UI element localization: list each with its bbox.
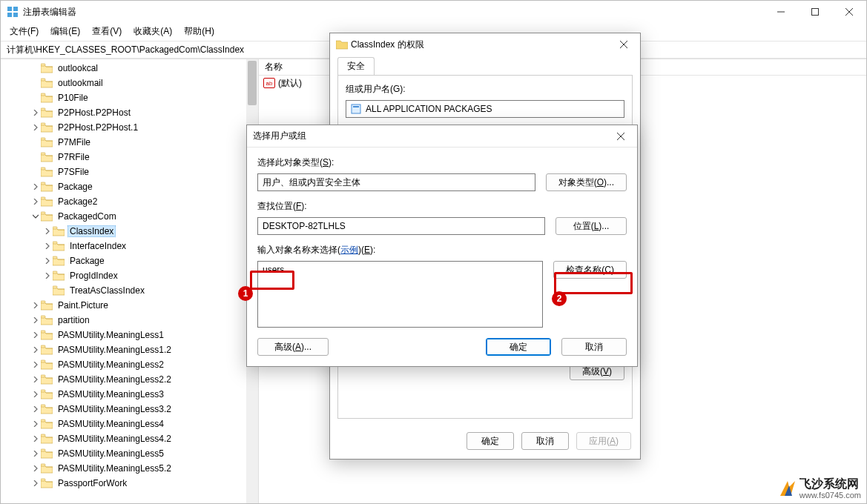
chevron-right-icon[interactable]	[30, 302, 41, 308]
tree-item[interactable]: PASMUtility.MeaningLess4.2	[1, 431, 257, 446]
chevron-right-icon[interactable]	[42, 258, 53, 264]
tree-item[interactable]: TreatAsClassIndex	[1, 283, 257, 298]
folder-icon	[41, 477, 53, 489]
permissions-apply-button[interactable]: 应用(A)	[576, 432, 631, 450]
chevron-right-icon[interactable]	[30, 184, 41, 190]
tab-security[interactable]: 安全	[337, 57, 375, 75]
tree-item[interactable]: PASMUtility.MeaningLess3.2	[1, 402, 257, 417]
tree-item[interactable]: P7MFile	[1, 135, 257, 150]
chevron-right-icon[interactable]	[42, 243, 53, 249]
menu-fav[interactable]: 收藏夹(A)	[129, 24, 177, 39]
example-link[interactable]: 示例	[340, 245, 358, 255]
tree-item[interactable]: PASMUtility.MeaningLess1	[1, 328, 257, 342]
select-user-close-button[interactable]	[610, 128, 631, 145]
tree-item[interactable]: outlookcal	[1, 61, 257, 76]
svg-rect-5	[812, 9, 819, 16]
tree-item[interactable]: Package	[1, 179, 257, 194]
object-names-input[interactable]: users	[257, 261, 543, 328]
tree-item-label: P2PHost.P2PHost	[56, 107, 133, 119]
svg-rect-33	[41, 434, 45, 437]
chevron-right-icon[interactable]	[42, 228, 53, 234]
svg-rect-2	[7, 13, 12, 17]
tree-item[interactable]: PASMUtility.MeaningLess2.2	[1, 372, 257, 387]
menu-file[interactable]: 文件(F)	[5, 24, 43, 39]
locations-button[interactable]: 位置(L)...	[556, 217, 627, 235]
tree-item[interactable]: PASMUtility.MeaningLess1.2	[1, 342, 257, 357]
advanced-button[interactable]: 高级(A)...	[257, 338, 329, 356]
chevron-right-icon[interactable]	[30, 451, 41, 457]
tree-item[interactable]: P7RFile	[1, 150, 257, 165]
chevron-right-icon[interactable]	[30, 406, 41, 412]
cancel-button[interactable]: 取消	[561, 338, 627, 356]
folder-icon	[41, 92, 53, 104]
folder-icon	[41, 151, 53, 163]
permissions-ok-button[interactable]: 确定	[467, 432, 514, 450]
tree-item[interactable]: partition	[1, 313, 257, 328]
tree-item[interactable]: P7SFile	[1, 165, 257, 179]
svg-rect-32	[41, 420, 45, 422]
chevron-right-icon[interactable]	[30, 347, 41, 353]
chevron-right-icon[interactable]	[30, 436, 41, 442]
location-field: DESKTOP-82TLHLS	[257, 217, 545, 235]
tree-item[interactable]: P2PHost.P2PHost.1	[1, 120, 257, 135]
tree-item[interactable]: ClassIndex	[1, 224, 257, 239]
chevron-right-icon[interactable]	[30, 480, 41, 486]
chevron-right-icon[interactable]	[30, 125, 41, 130]
minimize-button[interactable]	[764, 1, 798, 23]
tree-item[interactable]: PASMUtility.MeaningLess2	[1, 357, 257, 372]
svg-rect-0	[7, 7, 12, 11]
object-types-button[interactable]: 对象类型(O)...	[546, 173, 627, 191]
tree-item[interactable]: PASMUtility.MeaningLess5	[1, 446, 257, 461]
tree-item[interactable]: Package	[1, 253, 257, 268]
tree-item-label: partition	[56, 314, 92, 326]
regedit-icon	[7, 6, 19, 18]
tree-item[interactable]: PASMUtility.MeaningLess3	[1, 387, 257, 402]
select-user-dialog: 选择用户或组 选择此对象类型(S): 用户、组或内置安全主体 对象类型(O)..…	[246, 125, 638, 367]
chevron-right-icon[interactable]	[30, 465, 41, 471]
svg-rect-40	[353, 106, 359, 107]
svg-rect-30	[41, 390, 45, 392]
check-names-button[interactable]: 检查名称(C)	[553, 261, 627, 279]
chevron-right-icon[interactable]	[30, 421, 41, 427]
close-button[interactable]	[832, 1, 866, 23]
chevron-right-icon[interactable]	[30, 391, 41, 397]
chevron-down-icon[interactable]	[30, 213, 41, 219]
maximize-button[interactable]	[798, 1, 832, 23]
chevron-right-icon[interactable]	[30, 377, 41, 382]
chevron-right-icon[interactable]	[30, 332, 41, 338]
tree-item[interactable]: PASMUtility.MeaningLess4	[1, 417, 257, 431]
tree-item[interactable]: PASMUtility.MeaningLess5.2	[1, 461, 257, 476]
tree-pane[interactable]: outlookcaloutlookmailP10FileP2PHost.P2PH…	[1, 59, 259, 503]
tree-item-label: PASMUtility.MeaningLess3.2	[56, 403, 174, 415]
tree-item-label: PASMUtility.MeaningLess3	[56, 388, 166, 400]
ok-button[interactable]: 确定	[486, 338, 551, 356]
menu-edit[interactable]: 编辑(E)	[46, 24, 85, 39]
permissions-cancel-button[interactable]: 取消	[521, 432, 569, 450]
svg-rect-26	[41, 331, 45, 333]
tree-item[interactable]: P10File	[1, 90, 257, 105]
folder-icon	[41, 448, 53, 460]
tree-item[interactable]: InterfaceIndex	[1, 239, 257, 253]
principals-listbox[interactable]: ALL APPLICATION PACKAGES	[346, 100, 624, 118]
menu-view[interactable]: 查看(V)	[88, 24, 126, 39]
svg-rect-28	[41, 360, 45, 362]
chevron-right-icon[interactable]	[30, 317, 41, 323]
chevron-right-icon[interactable]	[30, 110, 41, 116]
permissions-close-button[interactable]	[613, 36, 634, 53]
tree-item[interactable]: PassportForWork	[1, 476, 257, 491]
chevron-right-icon[interactable]	[42, 273, 53, 279]
svg-rect-29	[41, 375, 45, 377]
menu-help[interactable]: 帮助(H)	[179, 24, 219, 39]
chevron-right-icon[interactable]	[30, 362, 41, 368]
tree-item[interactable]: PackagedCom	[1, 209, 257, 224]
tree-item[interactable]: Package2	[1, 194, 257, 209]
permissions-titlebar: ClassIndex 的权限	[330, 33, 640, 56]
tree-item-label: Package2	[56, 196, 99, 208]
chevron-right-icon[interactable]	[30, 199, 41, 205]
tree-item[interactable]: P2PHost.P2PHost	[1, 105, 257, 120]
tree-item[interactable]: Paint.Picture	[1, 298, 257, 313]
tree-item[interactable]: ProgIdIndex	[1, 268, 257, 283]
tree-item-label: TreatAsClassIndex	[67, 285, 147, 296]
scroll-thumb[interactable]	[248, 61, 257, 105]
tree-item[interactable]: outlookmail	[1, 76, 257, 90]
